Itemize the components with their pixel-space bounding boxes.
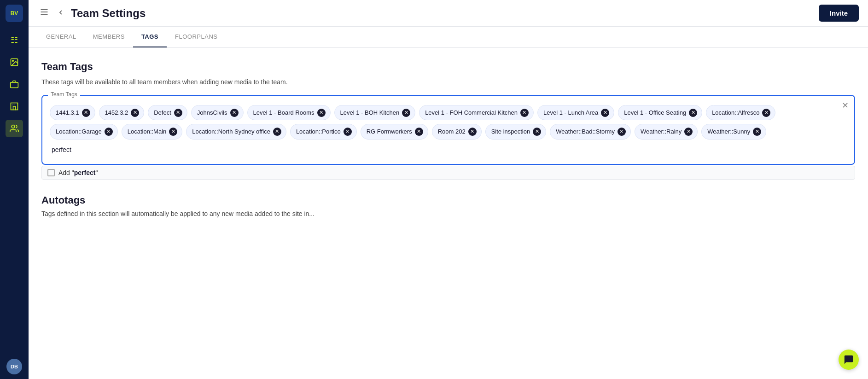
tag-chip: JohnsCivils✕: [191, 105, 244, 120]
tag-remove-button[interactable]: ✕: [105, 128, 113, 136]
tag-remove-button[interactable]: ✕: [230, 109, 239, 117]
tag-label: RG Formworkers: [367, 128, 412, 135]
chat-bubble[interactable]: [839, 350, 859, 370]
tag-remove-button[interactable]: ✕: [174, 109, 182, 117]
tag-remove-button[interactable]: ✕: [618, 128, 626, 136]
tag-remove-button[interactable]: ✕: [520, 109, 529, 117]
tag-label: Level 1 - BOH Kitchen: [340, 109, 400, 116]
tab-floorplans[interactable]: FLOORPLANS: [167, 27, 226, 47]
tags-area: 1441.3.1✕1452.3.2✕Defect✕JohnsCivils✕Lev…: [50, 103, 847, 158]
tag-chip: 1452.3.2✕: [99, 105, 145, 120]
tag-remove-button[interactable]: ✕: [468, 128, 477, 136]
user-avatar[interactable]: DB: [6, 359, 22, 374]
tag-chip: RG Formworkers✕: [361, 124, 428, 139]
tag-chip: Level 1 - Office Seating✕: [618, 105, 702, 120]
tag-label: JohnsCivils: [197, 109, 227, 116]
tag-chip: Level 1 - BOH Kitchen✕: [334, 105, 416, 120]
tab-general[interactable]: GENERAL: [38, 27, 85, 47]
tag-chip: 1441.3.1✕: [50, 105, 95, 120]
tag-remove-button[interactable]: ✕: [131, 109, 139, 117]
content-area: Team Tags These tags will be available t…: [29, 48, 868, 379]
tag-chip: Level 1 - FOH Commercial Kitchen✕: [419, 105, 534, 120]
tag-remove-button[interactable]: ✕: [753, 128, 761, 136]
tag-remove-button[interactable]: ✕: [415, 128, 423, 136]
tag-label: Location::North Sydney office: [192, 128, 270, 135]
tab-tags[interactable]: TAGS: [133, 27, 167, 47]
tag-chip: Location::Garage✕: [50, 124, 118, 139]
grid-icon[interactable]: ☷: [6, 31, 23, 49]
tag-remove-button[interactable]: ✕: [689, 109, 697, 117]
briefcase-icon[interactable]: [6, 76, 23, 93]
tag-chip: Location::Portico✕: [290, 124, 357, 139]
tags-fieldset: Team Tags ✕ 1441.3.1✕1452.3.2✕Defect✕Joh…: [41, 95, 855, 165]
tab-members[interactable]: MEMBERS: [85, 27, 133, 47]
suggestion-checkbox[interactable]: [47, 169, 55, 176]
tag-chip: Location::Alfresco✕: [706, 105, 775, 120]
invite-button[interactable]: Invite: [819, 5, 859, 22]
autotags-desc: Tags defined in this section will automa…: [41, 210, 855, 217]
building-icon[interactable]: [6, 98, 23, 115]
tag-label: Level 1 - Lunch Area: [543, 109, 598, 116]
tag-remove-button[interactable]: ✕: [82, 109, 90, 117]
header: Team Settings Invite: [29, 0, 868, 27]
tag-input[interactable]: [50, 143, 134, 157]
team-tags-title: Team Tags: [41, 61, 855, 73]
tag-remove-button[interactable]: ✕: [169, 128, 177, 136]
tag-label: Room 202: [438, 128, 466, 135]
tag-remove-button[interactable]: ✕: [601, 109, 609, 117]
tag-remove-button[interactable]: ✕: [273, 128, 281, 136]
tag-label: Level 1 - Board Rooms: [253, 109, 315, 116]
tag-label: Site inspection: [491, 128, 530, 135]
tag-chip: Weather::Rainy✕: [635, 124, 698, 139]
tag-label: Location::Portico: [296, 128, 341, 135]
tag-remove-button[interactable]: ✕: [684, 128, 693, 136]
svg-point-4: [12, 125, 15, 128]
tag-remove-button[interactable]: ✕: [533, 128, 541, 136]
tag-label: 1452.3.2: [105, 109, 128, 116]
tag-remove-button[interactable]: ✕: [344, 128, 352, 136]
tag-label: Level 1 - FOH Commercial Kitchen: [425, 109, 518, 116]
svg-rect-2: [11, 82, 18, 88]
tag-chip: Location::North Sydney office✕: [186, 124, 286, 139]
tag-label: Weather::Bad::Stormy: [556, 128, 615, 135]
suggestion-text: Add "perfect": [58, 169, 98, 176]
fieldset-legend: Team Tags: [48, 91, 80, 98]
tag-chip: Weather::Sunny✕: [701, 124, 766, 139]
tag-label: Weather::Sunny: [707, 128, 750, 135]
tag-remove-button[interactable]: ✕: [317, 109, 326, 117]
tag-chip: Room 202✕: [432, 124, 482, 139]
image-icon[interactable]: [6, 53, 23, 71]
back-button[interactable]: [55, 7, 66, 20]
tag-chip: Level 1 - Lunch Area✕: [537, 105, 614, 120]
sidebar: BV ☷ DB: [0, 0, 29, 379]
menu-button[interactable]: [38, 6, 51, 21]
tabs-nav: GENERAL MEMBERS TAGS FLOORPLANS: [29, 27, 868, 48]
tag-label: Defect: [154, 109, 171, 116]
tag-chip: Weather::Bad::Stormy✕: [550, 124, 631, 139]
tag-chip: Defect✕: [148, 105, 187, 120]
tag-remove-button[interactable]: ✕: [402, 109, 410, 117]
autotags-title: Autotags: [41, 194, 855, 206]
tag-label: 1441.3.1: [56, 109, 79, 116]
tag-chip: Level 1 - Board Rooms✕: [247, 105, 331, 120]
tag-label: Location::Main: [128, 128, 167, 135]
suggestion-box[interactable]: Add "perfect": [41, 166, 855, 180]
page-title: Team Settings: [71, 7, 814, 20]
tag-label: Level 1 - Office Seating: [624, 109, 686, 116]
tag-label: Location::Garage: [56, 128, 102, 135]
tag-label: Location::Alfresco: [712, 109, 759, 116]
svg-point-1: [12, 60, 13, 62]
people-icon[interactable]: [6, 120, 23, 137]
tag-label: Weather::Rainy: [641, 128, 682, 135]
tag-chip: Site inspection✕: [485, 124, 547, 139]
tag-remove-button[interactable]: ✕: [762, 109, 770, 117]
tags-close-button[interactable]: ✕: [842, 100, 849, 111]
team-tags-desc: These tags will be available to all team…: [41, 78, 855, 86]
main-panel: Team Settings Invite GENERAL MEMBERS TAG…: [29, 0, 868, 379]
tag-chip: Location::Main✕: [122, 124, 183, 139]
sidebar-logo[interactable]: BV: [6, 5, 23, 22]
